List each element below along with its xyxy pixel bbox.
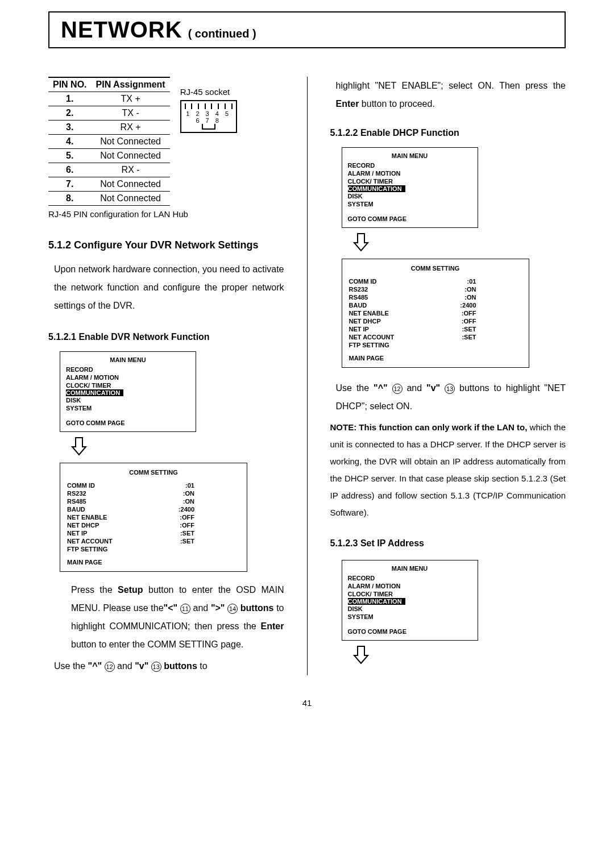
rj45-tab-icon <box>202 124 215 130</box>
menu-item: DISK <box>348 605 472 613</box>
pin-table: PIN NO. PIN Assignment 1.TX +2.TX -3.RX … <box>48 77 170 206</box>
menu-goto: GOTO COMM PAGE <box>348 628 472 636</box>
arrow-down-icon <box>71 437 284 458</box>
heading-5-1-2-1: 5.1.2.1 Enable DVR Network Function <box>48 332 284 342</box>
menu-item: SYSTEM <box>348 200 472 208</box>
pin-caption: RJ-45 PIN configuration for LAN Hub <box>48 209 284 219</box>
table-row: 7.Not Connected <box>48 177 170 192</box>
ref-12-icon: 12 <box>392 384 403 394</box>
comm-row: NET ENABLE:OFF <box>349 309 522 317</box>
paragraph-use-buttons: Use the "^" 12 and "v" 13 buttons to <box>54 657 284 675</box>
heading-5-1-2: 5.1.2 Configure Your DVR Network Setting… <box>48 237 284 254</box>
paragraph-press-setup: Press the Setup button to enter the OSD … <box>71 581 284 654</box>
main-menu-screen-1: MAIN MENU RECORDALARM / MOTIONCLOCK/ TIM… <box>60 351 196 432</box>
table-row: 6.RX - <box>48 163 170 177</box>
pin-header-assign: PIN Assignment <box>92 77 170 92</box>
page-number: 41 <box>48 698 566 708</box>
heading-5-1-2-3: 5.1.2.3 Set IP Address <box>330 538 566 549</box>
menu-item: SYSTEM <box>66 404 190 412</box>
comm-title: COMM SETTING <box>67 469 240 476</box>
menu-item: ALARM / MOTION <box>348 582 472 590</box>
ref-14-icon: 14 <box>227 604 238 614</box>
rj45-numbers: 1 2 3 4 5 6 7 8 <box>182 110 235 124</box>
comm-row: FTP SETTING <box>67 545 240 553</box>
arrow-down-icon <box>353 645 566 667</box>
comm-row: NET DHCP:OFF <box>67 521 240 529</box>
menu-goto: GOTO COMM PAGE <box>66 419 190 427</box>
menu-item: CLOCK/ TIMER <box>66 381 190 389</box>
comm-row: NET IP:SET <box>349 325 522 333</box>
comm-setting-screen-1: COMM SETTING COMM ID:01RS232:ONRS485:ONB… <box>60 463 247 572</box>
table-row: 5.Not Connected <box>48 149 170 163</box>
menu-title: MAIN MENU <box>348 152 472 159</box>
comm-main-page: MAIN PAGE <box>349 355 522 362</box>
comm-setting-screen-2: COMM SETTING COMM ID:01RS232:ONRS485:ONB… <box>342 259 529 368</box>
comm-main-page: MAIN PAGE <box>67 559 240 566</box>
pin-header-no: PIN NO. <box>48 77 92 92</box>
ref-13-icon: 13 <box>445 384 455 394</box>
table-row: 4.Not Connected <box>48 135 170 149</box>
page-header: NETWORK ( continued ) <box>48 11 566 48</box>
menu-item: RECORD <box>348 161 472 169</box>
menu-item: ALARM / MOTION <box>348 169 472 177</box>
menu-item: COMMUNICATION <box>348 598 472 605</box>
comm-row: BAUD:2400 <box>67 505 240 513</box>
comm-row: COMM ID:01 <box>67 481 240 489</box>
column-divider <box>307 77 308 675</box>
main-menu-screen-2: MAIN MENU RECORDALARM / MOTIONCLOCK/ TIM… <box>342 147 478 228</box>
paragraph-net-enable: highlight "NET ENABLE"; select ON. Then … <box>336 77 566 113</box>
table-row: 2.TX - <box>48 106 170 121</box>
menu-item: COMMUNICATION <box>348 185 472 192</box>
heading-5-1-2-2: 5.1.2.2 Enable DHCP Function <box>330 128 566 138</box>
comm-row: RS232:ON <box>67 489 240 497</box>
rj45-socket-diagram: RJ-45 socket 1 2 3 4 5 6 7 8 <box>180 87 237 133</box>
comm-row: NET ACCOUNT:SET <box>349 333 522 341</box>
main-menu-screen-3: MAIN MENU RECORDALARM / MOTIONCLOCK/ TIM… <box>342 560 478 641</box>
comm-row: RS485:ON <box>67 497 240 505</box>
table-row: 1.TX + <box>48 92 170 106</box>
left-column: PIN NO. PIN Assignment 1.TX +2.TX -3.RX … <box>48 77 284 675</box>
comm-row: NET ENABLE:OFF <box>67 513 240 521</box>
ref-11-icon: 11 <box>180 604 190 614</box>
comm-row: NET ACCOUNT:SET <box>67 537 240 545</box>
comm-row: RS232:ON <box>349 285 522 293</box>
menu-item: DISK <box>348 192 472 200</box>
comm-row: NET IP:SET <box>67 529 240 537</box>
rj45-teeth-icon <box>182 103 235 109</box>
menu-title: MAIN MENU <box>348 565 472 572</box>
menu-item: ALARM / MOTION <box>66 373 190 381</box>
menu-item: SYSTEM <box>348 613 472 621</box>
note-paragraph: NOTE: This function can only work if the… <box>330 419 566 521</box>
table-row: 8.Not Connected <box>48 192 170 206</box>
comm-row: NET DHCP:OFF <box>349 317 522 325</box>
paragraph-use-buttons-2: Use the "^" 12 and "v" 13 buttons to hig… <box>336 379 566 416</box>
comm-title: COMM SETTING <box>349 265 522 272</box>
menu-item: RECORD <box>348 574 472 582</box>
menu-item: CLOCK/ TIMER <box>348 590 472 598</box>
rj45-label: RJ-45 socket <box>180 87 237 97</box>
title-sub: ( continued ) <box>188 27 256 40</box>
menu-title: MAIN MENU <box>66 356 190 363</box>
comm-row: COMM ID:01 <box>349 277 522 285</box>
ref-13-icon: 13 <box>151 662 161 672</box>
comm-row: FTP SETTING <box>349 341 522 349</box>
arrow-down-icon <box>353 232 566 254</box>
comm-row: RS485:ON <box>349 293 522 301</box>
menu-goto: GOTO COMM PAGE <box>348 215 472 223</box>
paragraph-5-1-2: Upon network hardware connection, you ne… <box>54 260 284 315</box>
table-row: 3.RX + <box>48 121 170 135</box>
menu-item: DISK <box>66 396 190 404</box>
right-column: highlight "NET ENABLE"; select ON. Then … <box>330 77 566 675</box>
title-main: NETWORK <box>61 17 182 43</box>
menu-item: RECORD <box>66 366 190 373</box>
ref-12-icon: 12 <box>105 662 115 672</box>
comm-row: BAUD:2400 <box>349 301 522 309</box>
menu-item: CLOCK/ TIMER <box>348 177 472 185</box>
menu-item: COMMUNICATION <box>66 389 190 396</box>
